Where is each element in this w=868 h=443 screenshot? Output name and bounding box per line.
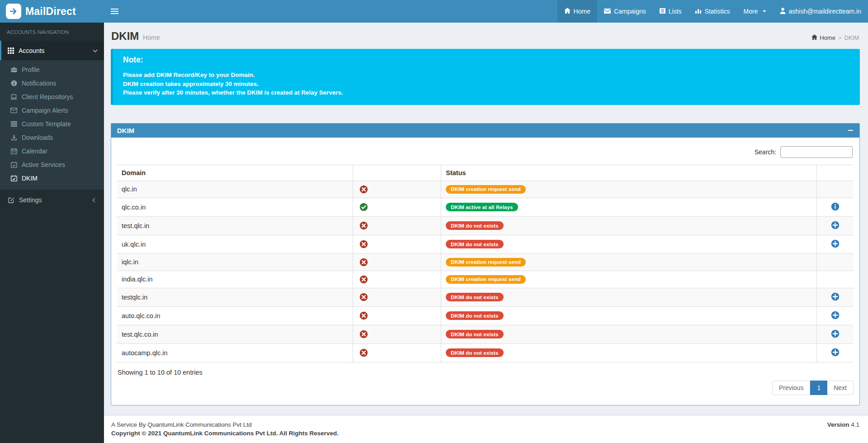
nav-item-label: Campaigns: [614, 8, 646, 15]
plus-circle-action-icon[interactable]: [831, 329, 840, 338]
search-row: Search:: [117, 146, 853, 158]
table-row: qlc.in DKIM creation request send: [117, 181, 854, 198]
action-cell: [817, 181, 854, 198]
download-icon: [10, 134, 17, 141]
x-circle-icon: [359, 330, 436, 338]
sidebar-toggle-button[interactable]: [104, 0, 125, 23]
domain-cell: uk.qlc.in: [117, 235, 353, 253]
column-header-domain[interactable]: Domain: [117, 165, 353, 181]
nav-item-statistics[interactable]: Statistics: [689, 0, 737, 23]
x-circle-icon: [359, 221, 436, 230]
footer-copyright-line: Copyright © 2021 QuantumLink Communicati…: [111, 430, 339, 437]
pagination: Previous 1 Next: [117, 381, 854, 395]
x-circle-icon: [359, 258, 436, 267]
calendar-check-icon: [10, 175, 17, 181]
sidebar-item-profile[interactable]: Profile: [0, 63, 104, 76]
dkim-panel-header: DKIM: [111, 124, 859, 138]
calendar-check-icon: [10, 162, 17, 168]
check-circle-icon: [359, 203, 436, 211]
sidebar-item-settings[interactable]: Settings: [0, 190, 104, 210]
column-header-action[interactable]: [817, 165, 854, 181]
breadcrumb: Home > DKIM: [811, 34, 859, 41]
collapse-minus-icon[interactable]: [847, 127, 854, 133]
page-title: DKIM: [111, 30, 139, 43]
plus-circle-action-icon[interactable]: [831, 348, 840, 357]
column-header-status[interactable]: Status: [441, 165, 817, 181]
chevron-left-icon: [93, 198, 97, 202]
envelope-icon: [10, 108, 17, 113]
plus-circle-action-icon[interactable]: [831, 221, 840, 229]
sidebar-item-label: Accounts: [19, 47, 45, 54]
x-circle-icon: [359, 185, 436, 194]
action-cell: [817, 235, 854, 253]
sidebar-item-downloads[interactable]: Downloads: [0, 131, 104, 144]
breadcrumb-current: DKIM: [844, 34, 859, 41]
action-cell: [817, 288, 854, 306]
breadcrumb-home-link[interactable]: Home: [811, 34, 835, 41]
sidebar-item-custom-template[interactable]: Custom Template: [0, 117, 104, 131]
info-circle-action-icon[interactable]: [831, 202, 840, 211]
chevron-down-icon: [93, 48, 98, 52]
application-window: MailDirect ACCOUNTS NAVIGATION Accounts …: [0, 0, 868, 443]
status-cell: DKIM do not exists: [441, 216, 817, 235]
table-row: testqlc.in DKIM do not exists: [117, 288, 854, 306]
sidebar-item-active-services[interactable]: Active Services: [0, 158, 104, 171]
sidebar-item-accounts[interactable]: Accounts: [0, 41, 104, 60]
search-input[interactable]: [780, 146, 853, 158]
brand-name: MailDirect: [25, 5, 76, 18]
note-title: Note:: [123, 55, 850, 65]
info-circle-icon: [10, 80, 17, 86]
next-page-button[interactable]: Next: [827, 381, 854, 395]
breadcrumb-separator: >: [838, 34, 842, 41]
action-cell: [817, 306, 854, 325]
caret-down-icon: [763, 10, 766, 12]
status-badge: DKIM do not exists: [446, 348, 503, 357]
domain-cell: autocamp.qlc.in: [117, 343, 353, 362]
sidebar-item-dkim[interactable]: DKIM: [0, 171, 104, 185]
table-summary: Showing 1 to 10 of 10 entries: [118, 369, 854, 376]
sidebar-item-client-repositorys[interactable]: Client Repositorys: [0, 90, 104, 104]
top-navbar: Home Campaigns Lists: [104, 0, 868, 23]
sidebar-item-label: DKIM: [22, 175, 38, 182]
plus-circle-action-icon[interactable]: [831, 239, 840, 248]
main-area: Home Campaigns Lists: [104, 0, 868, 443]
verify-cell: [353, 325, 441, 343]
plus-circle-action-icon[interactable]: [831, 311, 840, 319]
previous-page-button[interactable]: Previous: [772, 381, 810, 395]
sidebar-item-calendar[interactable]: Calendar: [0, 144, 104, 158]
nav-item-home[interactable]: Home: [557, 0, 597, 23]
nav-item-lists[interactable]: Lists: [653, 0, 689, 23]
table-row: iqlc.in DKIM creation request send: [117, 253, 854, 271]
status-cell: DKIM do not exists: [441, 235, 817, 253]
domain-cell: iqlc.in: [117, 253, 353, 271]
nav-item-label: Statistics: [705, 8, 730, 15]
nav-item-user[interactable]: ashish@maildirectteam.in: [773, 0, 868, 23]
domain-cell: qlc.co.in: [117, 198, 353, 216]
note-line: Please add DKIM Record/Key to your Domai…: [123, 71, 850, 80]
navbar-menu: Home Campaigns Lists: [557, 0, 868, 23]
brand-logo[interactable]: MailDirect: [0, 0, 104, 23]
panel-title: DKIM: [117, 127, 134, 134]
status-cell: DKIM creation request send: [441, 271, 817, 288]
status-badge: DKIM do not exists: [446, 240, 503, 248]
domain-cell: auto.qlc.co.in: [117, 306, 353, 325]
status-badge: DKIM do not exists: [446, 311, 503, 320]
page-1-button[interactable]: 1: [810, 381, 827, 395]
nav-item-more[interactable]: More: [737, 0, 773, 23]
sidebar-item-campaign-alerts[interactable]: Campaign Alerts: [0, 104, 104, 117]
edit-icon: [8, 197, 14, 203]
user-icon: [780, 8, 786, 15]
column-header-verify[interactable]: [353, 165, 441, 181]
verify-cell: [353, 306, 441, 325]
status-badge: DKIM active at all Relays: [446, 203, 518, 211]
nav-item-campaigns[interactable]: Campaigns: [597, 0, 653, 23]
status-cell: DKIM do not exists: [441, 288, 817, 306]
domain-cell: test.qlc.co.in: [117, 325, 353, 343]
grid-icon: [7, 48, 14, 54]
content-area: DKIM Home Home > DKIM Note: Please ad: [104, 23, 868, 415]
plus-circle-action-icon[interactable]: [831, 292, 840, 301]
table-row: qlc.co.in DKIM active at all Relays: [117, 198, 854, 216]
sidebar-item-notifications[interactable]: Notifications: [0, 76, 104, 90]
action-cell: [817, 343, 854, 362]
nav-item-label: Lists: [669, 8, 682, 15]
